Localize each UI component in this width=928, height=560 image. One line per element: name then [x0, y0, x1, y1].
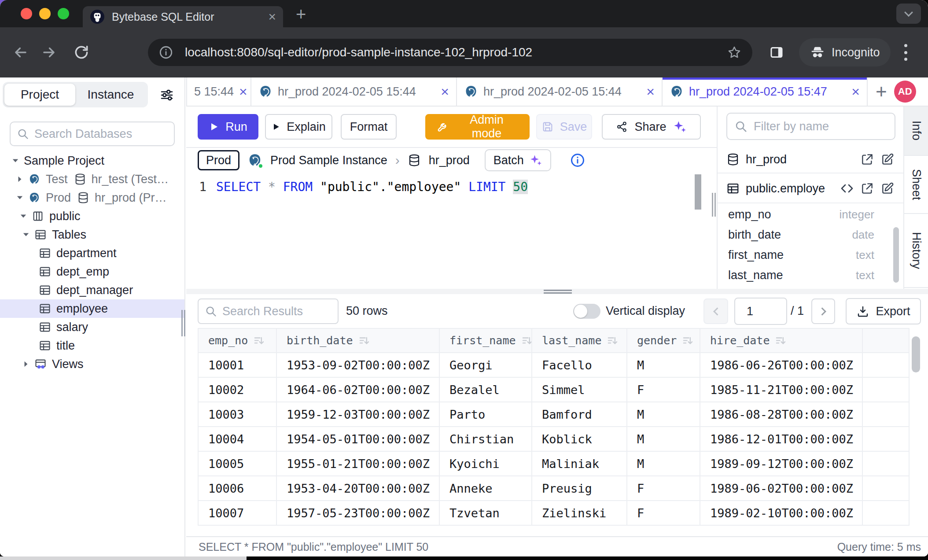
table-cell[interactable]: 10005 [198, 451, 276, 476]
side-tab-history[interactable]: History [904, 214, 928, 288]
database-search-input[interactable] [34, 127, 168, 141]
close-icon[interactable]: × [646, 85, 655, 99]
batch-button[interactable]: Batch [485, 149, 551, 171]
admin-mode-button[interactable]: Admin mode [425, 114, 530, 140]
new-sheet-button[interactable]: + [876, 82, 887, 101]
avatar[interactable]: AD [894, 81, 916, 103]
share-button[interactable]: Share [602, 114, 701, 140]
address-bar[interactable]: localhost:8080/sql-editor/prod-sample-in… [148, 39, 752, 66]
back-icon[interactable] [12, 44, 29, 61]
table-cell[interactable]: Koblick [532, 427, 627, 451]
table-cell[interactable]: 1954-05-01T00:00:00Z [276, 427, 439, 451]
tree-item-tables[interactable]: Tables [0, 225, 184, 244]
reload-icon[interactable] [73, 44, 90, 61]
table-cell[interactable]: Bezalel [439, 377, 532, 402]
run-button[interactable]: Run [198, 114, 258, 140]
next-page-button[interactable] [811, 298, 835, 324]
info-icon[interactable] [570, 152, 586, 168]
side-panel-icon[interactable] [769, 44, 784, 60]
table-cell[interactable]: 1986-06-26T00:00:00Z [700, 353, 862, 377]
tree-item-department[interactable]: department [0, 244, 184, 262]
tree-item-salary[interactable]: salary [0, 318, 184, 336]
edit-icon[interactable] [880, 181, 895, 195]
table-cell[interactable]: 10002 [198, 377, 276, 402]
edit-icon[interactable] [880, 152, 895, 166]
column-header-hire_date[interactable]: hire_date [700, 328, 862, 353]
chevron-right-icon[interactable] [14, 173, 26, 185]
table-cell[interactable]: Simmel [532, 377, 627, 402]
chevron-down-icon[interactable] [20, 229, 32, 240]
tree-item-public[interactable]: public [0, 207, 184, 225]
table-cell[interactable]: 1953-09-02T00:00:00Z [276, 353, 439, 377]
code-area[interactable]: 1 SELECT * FROM "public"."employee" LIMI… [186, 173, 717, 289]
database-name[interactable]: hr_prod [429, 154, 470, 167]
bookmark-star-icon[interactable] [727, 45, 742, 60]
sheet-tab-2[interactable]: hr_prod 2024-02-05 15:44× [251, 77, 457, 106]
table-cell[interactable]: M [627, 427, 700, 451]
table-row-7[interactable]: 100071957-05-23T00:00:00ZTzvetanZielinsk… [198, 501, 909, 525]
sort-icon[interactable] [358, 335, 370, 346]
pane-divider[interactable] [186, 289, 928, 294]
results-search-input[interactable] [222, 305, 331, 318]
column-header-birth_date[interactable]: birth_date [276, 328, 439, 353]
side-tab-info[interactable]: Info [904, 107, 928, 156]
table-cell[interactable]: 10006 [198, 476, 276, 501]
sheet-tab-1[interactable]: 5 15:44× [186, 77, 251, 106]
results-scrollbar[interactable] [912, 336, 920, 372]
sort-icon[interactable] [775, 335, 786, 346]
column-row-birth_date[interactable]: birth_datedate [718, 225, 903, 245]
tree-item-employee[interactable]: employee [0, 299, 184, 318]
tree-item-sample-project[interactable]: Sample Project [0, 151, 184, 170]
sheet-tab-4[interactable]: hr_prod 2024-02-05 15:47× [663, 77, 868, 106]
tab-instance[interactable]: Instance [75, 84, 146, 106]
chevron-down-icon[interactable] [14, 192, 26, 203]
sidebar-resize-handle[interactable] [181, 310, 185, 336]
table-cell[interactable]: Maliniak [532, 451, 627, 476]
table-cell[interactable]: 1989-09-12T00:00:00Z [700, 451, 862, 476]
panel-scrollbar[interactable] [893, 227, 899, 283]
format-button[interactable]: Format [341, 114, 397, 140]
column-row-last_name[interactable]: last_nametext [718, 265, 903, 285]
table-cell[interactable]: Parto [439, 402, 532, 427]
table-cell[interactable]: 1986-08-28T00:00:00Z [700, 402, 862, 427]
table-row-4[interactable]: 100041954-05-01T00:00:00ZChirstianKoblic… [198, 427, 909, 451]
vertical-display-toggle[interactable] [573, 304, 600, 319]
new-tab-button[interactable]: + [296, 5, 306, 23]
table-cell[interactable]: Tzvetan [439, 501, 532, 525]
sort-icon[interactable] [521, 335, 532, 346]
column-header-gender[interactable]: gender [627, 328, 700, 353]
browser-menu-icon[interactable] [903, 44, 908, 61]
external-link-icon[interactable] [860, 152, 874, 166]
table-row-1[interactable]: 100011953-09-02T00:00:00ZGeorgiFacelloM1… [198, 353, 909, 377]
column-header-last_name[interactable]: last_name [532, 328, 627, 353]
filter-input[interactable] [754, 120, 887, 133]
prev-page-button[interactable] [703, 298, 728, 324]
table-cell[interactable]: 10007 [198, 501, 276, 525]
table-cell[interactable]: F [627, 501, 700, 525]
close-window-button[interactable] [21, 8, 32, 19]
table-cell[interactable]: F [627, 476, 700, 501]
table-cell[interactable]: 1989-06-02T00:00:00Z [700, 476, 862, 501]
filter-settings-icon[interactable] [159, 87, 175, 103]
table-cell[interactable]: 1985-11-21T00:00:00Z [700, 377, 862, 402]
table-cell[interactable]: M [627, 353, 700, 377]
column-row-emp_no[interactable]: emp_nointeger [718, 204, 903, 225]
minimize-window-button[interactable] [39, 8, 51, 19]
table-cell[interactable]: 1955-01-21T00:00:00Z [276, 451, 439, 476]
table-cell[interactable]: Chirstian [439, 427, 532, 451]
sort-icon[interactable] [253, 335, 265, 346]
save-button[interactable]: Save [536, 114, 592, 140]
tree-item-dept-manager[interactable]: dept_manager [0, 281, 184, 299]
tree-item-prod[interactable]: Prodhr_prod (Pr… [0, 188, 184, 207]
page-number-input[interactable] [734, 298, 787, 325]
chevron-down-icon[interactable] [10, 155, 21, 166]
tree-item-title[interactable]: title [0, 336, 184, 355]
table-cell[interactable]: F [627, 377, 700, 402]
browser-tab[interactable]: Bytebase SQL Editor × [83, 6, 283, 27]
table-cell[interactable]: 10004 [198, 427, 276, 451]
table-cell[interactable]: Anneke [439, 476, 532, 501]
site-info-icon[interactable] [158, 45, 173, 60]
table-cell[interactable]: 1986-12-01T00:00:00Z [700, 427, 862, 451]
ai-sparkle-icon[interactable] [673, 120, 687, 134]
table-cell[interactable]: 1953-04-20T00:00:00Z [276, 476, 439, 501]
